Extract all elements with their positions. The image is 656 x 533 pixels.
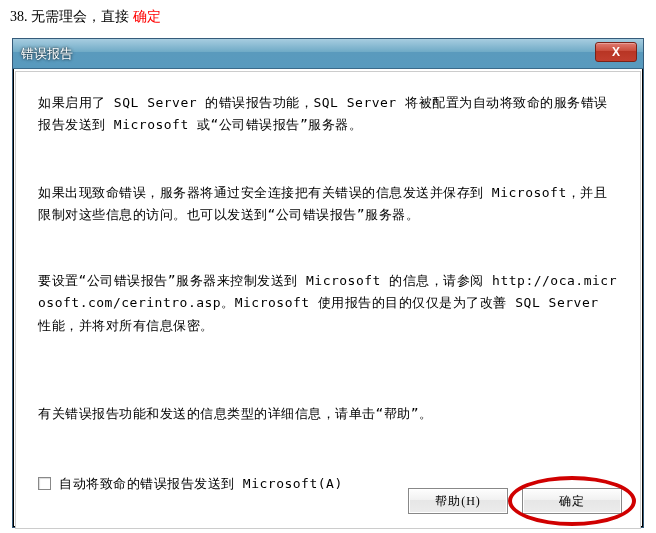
paragraph-1: 如果启用了 SQL Server 的错误报告功能，SQL Server 将被配置… [38, 92, 620, 136]
paragraph-3: 要设置“公司错误报告”服务器来控制发送到 Microsoft 的信息，请参阅 h… [38, 270, 620, 336]
ok-button[interactable]: 确定 [522, 488, 622, 514]
paragraph-2: 如果出现致命错误，服务器将通过安全连接把有关错误的信息发送并保存到 Micros… [38, 182, 620, 226]
error-report-dialog: 错误报告 X 如果启用了 SQL Server 的错误报告功能，SQL Serv… [12, 38, 644, 528]
close-icon: X [612, 45, 620, 59]
paragraph-4: 有关错误报告功能和发送的信息类型的详细信息，请单击“帮助”。 [38, 403, 620, 425]
dialog-body: 如果启用了 SQL Server 的错误报告功能，SQL Server 将被配置… [15, 71, 641, 529]
step-number: 38. [10, 9, 31, 24]
checkbox-label: 自动将致命的错误报告发送到 Microsoft(A) [59, 475, 343, 493]
help-button-label: 帮助(H) [435, 493, 481, 510]
step-text-red: 确定 [133, 9, 161, 24]
ok-button-label: 确定 [559, 493, 585, 510]
help-button[interactable]: 帮助(H) [408, 488, 508, 514]
checkbox-unchecked-icon[interactable] [38, 477, 51, 490]
step-text-black: 无需理会，直接 [31, 9, 133, 24]
step-instruction: 38. 无需理会，直接 确定 [0, 0, 656, 34]
dialog-titlebar[interactable]: 错误报告 X [13, 39, 643, 69]
close-button[interactable]: X [595, 42, 637, 62]
dialog-button-row: 帮助(H) 确定 [408, 488, 622, 514]
dialog-title: 错误报告 [21, 45, 73, 63]
